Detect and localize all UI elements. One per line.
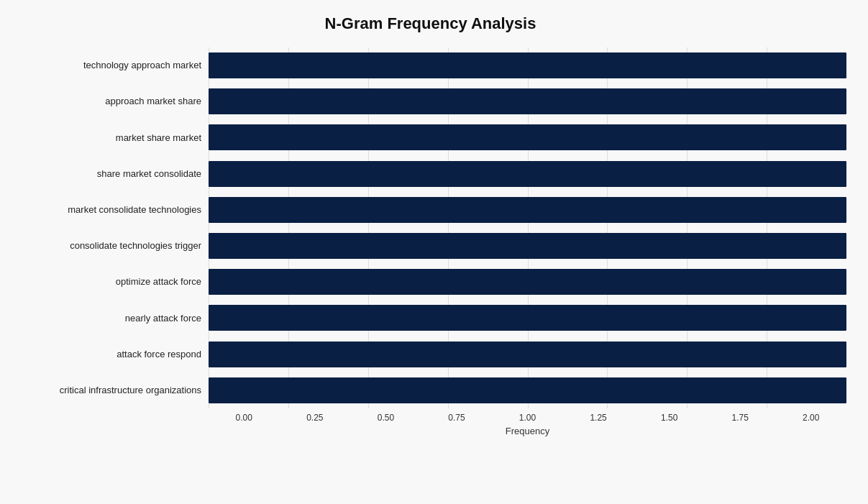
- bar-row: [209, 231, 846, 261]
- bar-row: [209, 195, 846, 225]
- bar: [209, 305, 846, 331]
- y-label: nearly attack force: [14, 313, 201, 324]
- y-label: optimize attack force: [14, 276, 201, 288]
- bar: [209, 377, 846, 403]
- bar: [209, 88, 846, 114]
- bars-section: technology approach marketapproach marke…: [14, 47, 846, 408]
- bar: [209, 52, 846, 78]
- x-tick: 1.25: [563, 413, 634, 423]
- y-label: technology approach market: [14, 60, 201, 71]
- bar: [209, 269, 846, 295]
- x-tick: 1.00: [492, 413, 563, 423]
- bar-row: [209, 86, 846, 116]
- bar: [209, 233, 846, 259]
- chart-area: technology approach marketapproach marke…: [14, 47, 846, 436]
- bar-row: [209, 50, 846, 81]
- x-tick: 2.00: [776, 413, 847, 423]
- bar: [209, 124, 846, 150]
- x-tick: 1.75: [705, 413, 776, 423]
- bar-row: [209, 159, 846, 189]
- bar-row: [209, 122, 846, 152]
- x-tick: 0.25: [280, 413, 351, 423]
- x-axis: 0.000.250.500.751.001.251.501.752.00: [209, 408, 846, 423]
- chart-title: N-Gram Frequency Analysis: [14, 14, 846, 33]
- bar: [209, 342, 846, 367]
- x-axis-label: Frequency: [209, 426, 846, 436]
- bar-row: [209, 339, 846, 370]
- x-tick: 0.75: [421, 413, 493, 423]
- y-label: consolidate technologies trigger: [14, 240, 201, 252]
- y-label: share market consolidate: [14, 168, 201, 180]
- y-labels: technology approach marketapproach marke…: [14, 47, 209, 408]
- bar: [209, 161, 846, 187]
- bar: [209, 197, 846, 223]
- bar-row: [209, 303, 846, 333]
- y-label: attack force respond: [14, 349, 201, 360]
- x-tick: 0.00: [209, 413, 280, 423]
- chart-container: N-Gram Frequency Analysis technology app…: [0, 0, 868, 504]
- bar-row: [209, 375, 846, 406]
- bar-row: [209, 267, 846, 297]
- y-label: market consolidate technologies: [14, 204, 201, 216]
- y-label: approach market share: [14, 96, 201, 107]
- y-label: market share market: [14, 132, 201, 144]
- y-label: critical infrastructure organizations: [14, 385, 201, 396]
- bars-plot: [209, 47, 846, 408]
- x-tick: 1.50: [634, 413, 705, 423]
- x-tick: 0.50: [350, 413, 421, 423]
